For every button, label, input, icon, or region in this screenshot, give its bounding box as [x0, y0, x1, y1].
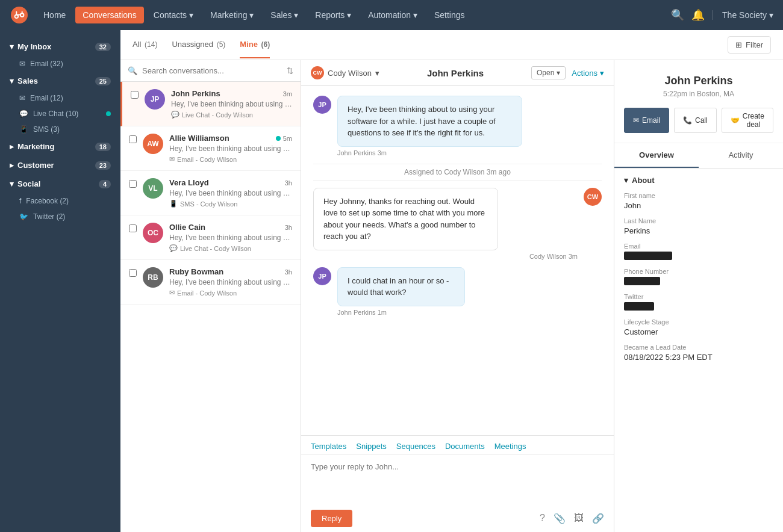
notifications-icon[interactable]: 🔔 [691, 8, 705, 22]
tab-unassigned[interactable]: Unassigned (5) [172, 31, 225, 58]
tab-activity[interactable]: Activity [699, 143, 783, 168]
sidebar-item-twitter[interactable]: 🐦 Twitter (2) [0, 209, 120, 224]
list-item[interactable]: RB Ruby Bowman 3h Hey, I've been thinkin… [120, 260, 301, 305]
list-item[interactable]: JP John Perkins 3m Hey, I've been thinki… [120, 82, 301, 126]
sidebar-section-customer[interactable]: ▸ Customer 23 [0, 156, 120, 175]
chevron-right-icon: ▸ [10, 142, 14, 151]
chat-icon: 💬 [19, 110, 28, 118]
reply-input[interactable] [301, 455, 614, 503]
about-field-leaddate: Became a Lead Date 08/18/2022 5:23 PM ED… [624, 344, 773, 362]
company-selector[interactable]: The Society ▾ [712, 10, 773, 20]
chat-contact-name: John Perkins [385, 68, 525, 78]
chevron-down-icon: ▾ [600, 69, 604, 78]
tab-overview[interactable]: Overview [614, 143, 699, 168]
avatar: RB [143, 267, 163, 288]
assigned-avatar: CW [311, 66, 324, 79]
list-item[interactable]: VL Vera Lloyd 3h Hey, I've been thinking… [120, 171, 301, 215]
nav-sales[interactable]: Sales ▾ [263, 7, 305, 23]
conversation-checkbox[interactable] [131, 91, 139, 99]
avatar: CW [584, 188, 602, 206]
toolbar-meetings[interactable]: Meetings [494, 442, 526, 451]
search-icon[interactable]: 🔍 [671, 8, 684, 22]
system-message: Assigned to Cody Wilson 3m ago [313, 164, 602, 181]
nav-settings[interactable]: Settings [427, 7, 472, 23]
chevron-down-icon: ▾ [10, 179, 14, 188]
reply-footer: Reply ? 📎 🖼 🔗 [301, 505, 614, 532]
search-input[interactable] [142, 66, 282, 75]
about-field-lifecycle: Lifecycle Stage Customer [624, 318, 773, 336]
sidebar-item-email-inbox[interactable]: ✉ Email (32) [0, 56, 120, 72]
reply-button[interactable]: Reply [311, 510, 352, 527]
message-bubble: Hey Johnny, thanks for reaching out. Wou… [313, 188, 498, 250]
nav-contacts[interactable]: Contacts ▾ [146, 7, 201, 23]
create-deal-button[interactable]: 🤝 Create deal [722, 108, 773, 133]
chat-icon: 💬 [169, 244, 178, 252]
sidebar-section-my-inbox[interactable]: ▾ My Inbox 32 [0, 37, 120, 56]
toolbar-snippets[interactable]: Snippets [356, 442, 387, 451]
right-panel: John Perkins 5:22pm in Boston, MA ✉ Emai… [614, 60, 783, 532]
filter-button[interactable]: ⊞ Filter [728, 36, 771, 54]
top-navigation: Home Conversations Contacts ▾ Marketing … [0, 0, 783, 30]
assigned-to-indicator[interactable]: CW Cody Wilson ▾ [311, 66, 379, 79]
hubspot-logo[interactable] [10, 5, 29, 25]
status-badge[interactable]: Open ▾ [531, 66, 566, 79]
tab-mine[interactable]: Mine (6) [240, 31, 270, 58]
online-indicator [106, 111, 111, 116]
conversation-checkbox[interactable] [129, 224, 137, 232]
filter-icon: ⊞ [735, 40, 742, 49]
nav-reports[interactable]: Reports ▾ [308, 7, 358, 23]
message-meta: Cody Wilson 3m [313, 253, 578, 260]
attach-icon[interactable]: 📎 [554, 513, 566, 524]
about-field-email: Email [624, 243, 773, 261]
reply-icons: ? 📎 🖼 🔗 [540, 513, 604, 524]
nav-automation[interactable]: Automation ▾ [361, 7, 425, 23]
about-header[interactable]: ▾ About [624, 176, 773, 185]
sidebar-item-sales-sms[interactable]: 📱 SMS (3) [0, 122, 120, 137]
message-meta: John Perkins 1m [337, 309, 520, 316]
sidebar-section-social[interactable]: ▾ Social 4 [0, 175, 120, 193]
twitter-icon: 🐦 [19, 212, 28, 221]
sidebar-section-sales[interactable]: ▾ Sales 25 [0, 72, 120, 90]
link-icon[interactable]: 🔗 [592, 513, 604, 524]
conversation-checkbox[interactable] [129, 135, 137, 143]
help-icon[interactable]: ? [540, 513, 545, 524]
list-item[interactable]: AW Allie Williamson 5m Hey, I've been th… [120, 126, 301, 171]
phone-icon: 📞 [683, 116, 692, 125]
about-field-lastname: Last Name Perkins [624, 217, 773, 235]
avatar: JP [145, 89, 165, 110]
sms-icon: 📱 [169, 200, 178, 208]
sidebar-section-marketing[interactable]: ▸ Marketing 18 [0, 137, 120, 156]
overview-tabs: Overview Activity [614, 143, 783, 169]
sidebar-item-sales-email[interactable]: ✉ Email (12) [0, 90, 120, 106]
message-meta: John Perkins 3m [337, 149, 602, 156]
about-field-twitter: Twitter [624, 293, 773, 311]
call-contact-button[interactable]: 📞 Call [674, 108, 717, 133]
sidebar: ▾ My Inbox 32 ✉ Email (32) ▾ Sales 25 ✉ … [0, 30, 120, 532]
about-field-firstname: First name John [624, 192, 773, 210]
image-icon[interactable]: 🖼 [574, 513, 584, 524]
avatar: VL [143, 178, 163, 199]
conversation-checkbox[interactable] [129, 269, 137, 277]
list-item[interactable]: OC Ollie Cain 3h Hey, I've been thinking… [120, 215, 301, 260]
conversation-search-bar: 🔍 ⇅ [120, 60, 301, 82]
sort-icon[interactable]: ⇅ [287, 66, 293, 75]
toolbar-documents[interactable]: Documents [445, 442, 485, 451]
sidebar-item-sales-livechat[interactable]: 💬 Live Chat (10) [0, 106, 120, 122]
reply-area: Templates Snippets Sequences Documents M… [301, 435, 614, 532]
sidebar-item-facebook[interactable]: f Facebook (2) [0, 193, 120, 209]
about-section: ▾ About First name John Last Name Perkin… [614, 169, 783, 376]
tab-all[interactable]: All (14) [133, 31, 157, 58]
nav-marketing[interactable]: Marketing ▾ [203, 7, 261, 23]
nav-home[interactable]: Home [36, 7, 73, 23]
avatar: JP [313, 267, 331, 285]
sms-icon: 📱 [19, 125, 28, 134]
contact-header: John Perkins 5:22pm in Boston, MA ✉ Emai… [614, 60, 783, 143]
nav-conversations[interactable]: Conversations [75, 7, 144, 23]
toolbar-templates[interactable]: Templates [311, 442, 346, 451]
email-icon: ✉ [169, 289, 175, 297]
actions-button[interactable]: Actions ▾ [572, 69, 604, 78]
chat-header: CW Cody Wilson ▾ John Perkins Open ▾ Act… [301, 60, 614, 86]
conversation-checkbox[interactable] [129, 180, 137, 188]
email-contact-button[interactable]: ✉ Email [624, 108, 669, 133]
toolbar-sequences[interactable]: Sequences [396, 442, 435, 451]
